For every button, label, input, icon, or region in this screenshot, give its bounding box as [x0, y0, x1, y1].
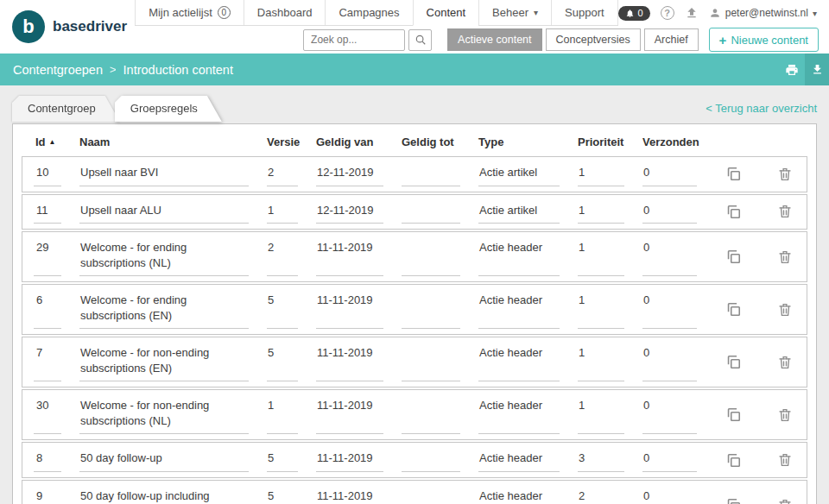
cell-verzonden: 0 — [631, 157, 704, 192]
upload-icon[interactable] — [685, 6, 699, 20]
table-header: Id ▲ Naam Versie Geldig van Geldig tot T… — [22, 128, 807, 156]
cell-geldig-tot — [390, 232, 467, 281]
nav-item-support[interactable]: Support — [551, 0, 618, 25]
column-header-verzonden[interactable]: Verzonden — [630, 128, 703, 156]
nav-item-label: Support — [565, 6, 604, 19]
column-header-type[interactable]: Type — [466, 128, 566, 156]
sort-asc-icon: ▲ — [49, 138, 56, 146]
search-input[interactable] — [303, 29, 405, 51]
print-icon — [785, 63, 799, 77]
nav-item-campagnes[interactable]: Campagnes — [325, 0, 412, 25]
table-rows: 10Upsell naar BVI212-11-2019Actie artike… — [22, 156, 807, 504]
cell-geldig-van: 12-11-2019 — [305, 157, 390, 192]
column-header-delete — [764, 128, 807, 156]
table-row[interactable]: 7Welcome - for non-ending subscriptions … — [22, 337, 807, 387]
tabs-row: Contentgroep Groepsregels < Terug naar o… — [0, 95, 829, 122]
column-header-prioriteit[interactable]: Prioriteit — [566, 128, 630, 156]
app-window: b basedriver Mijn actielijst 0 Dashboard… — [0, 0, 829, 504]
filter-actieve-content-button[interactable]: Actieve content — [447, 28, 541, 51]
user-menu[interactable]: peter@netwinst.nl ▾ — [709, 7, 817, 19]
delete-button[interactable] — [775, 300, 794, 319]
back-to-overview-link[interactable]: < Terug naar overzicht — [706, 102, 817, 115]
copy-button[interactable] — [724, 352, 744, 372]
cell-naam: Welcome - for non-ending subscriptions (… — [68, 390, 256, 439]
user-email: peter@netwinst.nl — [725, 7, 808, 19]
cell-prioriteit: 3 — [566, 443, 631, 477]
notifications-button[interactable]: 0 — [618, 6, 650, 21]
print-button[interactable] — [779, 54, 805, 85]
delete-cell — [763, 157, 807, 192]
cell-type: Actie header — [467, 390, 566, 439]
column-header-geldig-tot[interactable]: Geldig tot — [389, 128, 466, 156]
table-row[interactable]: 29Welcome - for ending subscriptions (NL… — [22, 231, 807, 282]
table-row[interactable]: 950 day follow-up including renewal offe… — [22, 480, 807, 504]
copy-button[interactable] — [724, 405, 744, 425]
copy-cell — [704, 390, 763, 439]
cell-naam: Welcome - for ending subscriptions (NL) — [68, 232, 256, 281]
cell-geldig-tot — [390, 443, 467, 477]
nav-item-label: Mijn actielijst — [149, 6, 212, 19]
delete-button[interactable] — [775, 202, 794, 221]
download-icon — [811, 63, 824, 76]
table-row[interactable]: 6Welcome - for ending subscriptions (EN)… — [22, 284, 807, 335]
copy-cell — [704, 157, 763, 192]
delete-button[interactable] — [775, 496, 794, 504]
download-button[interactable] — [805, 54, 829, 85]
copy-button[interactable] — [724, 164, 744, 184]
logo-icon: b — [12, 10, 45, 43]
main-nav: Mijn actielijst 0 Dashboard Campagnes Co… — [135, 0, 617, 26]
cell-id: 11 — [22, 195, 68, 230]
filter-conceptversies-button[interactable]: Conceptversies — [546, 28, 641, 51]
delete-cell — [763, 443, 807, 477]
chevron-down-icon: ▾ — [534, 8, 538, 17]
cell-geldig-van: 11-11-2019 — [305, 232, 390, 281]
table-row[interactable]: 850 day follow-up511-11-2019Actie header… — [22, 442, 807, 478]
copy-cell — [704, 195, 763, 230]
nav-item-label: Beheer — [492, 6, 528, 19]
column-header-versie[interactable]: Versie — [255, 128, 304, 156]
delete-button[interactable] — [775, 248, 794, 267]
copy-button[interactable] — [724, 450, 744, 470]
column-header-naam[interactable]: Naam — [67, 128, 255, 156]
logo[interactable]: b basedriver — [0, 0, 135, 54]
column-header-geldig-van[interactable]: Geldig van — [304, 128, 389, 156]
cell-verzonden: 0 — [631, 337, 704, 387]
delete-button[interactable] — [775, 406, 794, 425]
copy-button[interactable] — [724, 495, 744, 504]
nieuwe-content-button[interactable]: + Nieuwe content — [709, 28, 819, 52]
cell-type: Actie header — [467, 443, 566, 477]
table-row[interactable]: 10Upsell naar BVI212-11-2019Actie artike… — [22, 156, 807, 192]
column-header-id[interactable]: Id ▲ — [22, 128, 67, 156]
nav-item-mijn-actielijst[interactable]: Mijn actielijst 0 — [135, 0, 244, 25]
copy-button[interactable] — [724, 202, 744, 222]
search-button[interactable] — [408, 29, 432, 51]
nav-item-dashboard[interactable]: Dashboard — [244, 0, 326, 25]
nav-row: Mijn actielijst 0 Dashboard Campagnes Co… — [135, 0, 829, 26]
copy-cell — [704, 337, 763, 387]
cell-id: 8 — [22, 443, 68, 477]
copy-button[interactable] — [724, 247, 744, 267]
top-icons: 0 ? peter@netwinst.nl ▾ — [618, 0, 829, 26]
cell-verzonden: 0 — [631, 390, 704, 439]
cell-verzonden: 0 — [631, 285, 704, 334]
nav-item-label: Dashboard — [257, 6, 313, 19]
cell-id: 29 — [22, 232, 68, 281]
tab-groepsregels[interactable]: Groepsregels — [115, 96, 222, 122]
filter-archief-button[interactable]: Archief — [644, 28, 699, 51]
search-icon — [414, 34, 427, 46]
cell-verzonden: 0 — [631, 195, 704, 230]
delete-button[interactable] — [775, 353, 794, 372]
nav-item-beheer[interactable]: Beheer ▾ — [478, 0, 551, 25]
breadcrumb-parent[interactable]: Contentgroepen — [13, 63, 103, 77]
help-icon[interactable]: ? — [661, 6, 674, 20]
copy-button[interactable] — [724, 299, 744, 319]
delete-button[interactable] — [775, 165, 794, 184]
table-row[interactable]: 30Welcome - for non-ending subscriptions… — [22, 389, 807, 440]
top-right: Mijn actielijst 0 Dashboard Campagnes Co… — [135, 0, 829, 54]
table-row[interactable]: 11Upsell naar ALU112-11-2019Actie artike… — [22, 194, 807, 230]
cell-versie: 5 — [256, 443, 305, 477]
nav-item-content[interactable]: Content — [413, 0, 479, 26]
tab-contentgroep[interactable]: Contentgroep — [12, 96, 120, 122]
cell-type: Actie header — [467, 481, 566, 504]
delete-button[interactable] — [775, 450, 794, 469]
